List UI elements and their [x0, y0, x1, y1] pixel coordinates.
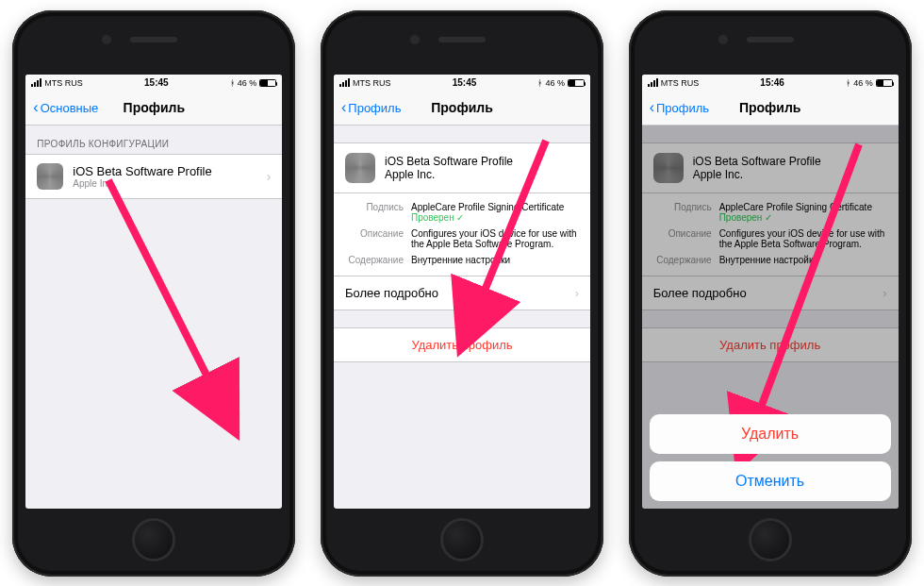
content-area: iOS Beta Software Profile Apple Inc. Под…: [334, 126, 590, 509]
chevron-left-icon: ‹: [33, 100, 38, 115]
bluetooth-icon: ᚼ: [230, 78, 235, 88]
signal-icon: [339, 78, 350, 87]
back-label: Основные: [41, 101, 99, 115]
delete-profile-button[interactable]: Удалить профиль: [334, 327, 590, 362]
status-bar: MTS RUS 15:46 ᚼ 46 %: [642, 75, 899, 92]
phone-camera: [718, 35, 728, 44]
value-signature: AppleCare Profile Signing Certificate: [411, 202, 564, 212]
back-label: Профиль: [348, 101, 401, 115]
gear-icon: [345, 153, 375, 183]
phone-frame-3: MTS RUS 15:46 ᚼ 46 % ‹ Профиль Профиль i…: [629, 10, 912, 577]
value-contents: Внутренние настройки: [411, 255, 579, 265]
sheet-cancel-button[interactable]: Отменить: [650, 461, 891, 501]
bluetooth-icon: ᚼ: [846, 78, 850, 88]
chevron-left-icon: ‹: [650, 100, 654, 115]
nav-bar: ‹ Основные Профиль: [25, 92, 282, 126]
carrier-label: MTS RUS: [661, 78, 700, 88]
label-contents: Содержание: [345, 255, 404, 265]
screen-3: MTS RUS 15:46 ᚼ 46 % ‹ Профиль Профиль i…: [642, 75, 899, 509]
chevron-left-icon: ‹: [341, 100, 346, 115]
phone-frame-2: MTS RUS 15:45 ᚼ 46 % ‹ Профиль Профиль i…: [321, 10, 603, 577]
back-button[interactable]: ‹ Профиль: [341, 100, 401, 115]
content-area: iOS Beta Software Profile Apple Inc. Под…: [642, 126, 899, 509]
chevron-right-icon: ›: [575, 286, 579, 300]
bluetooth-icon: ᚼ: [537, 78, 542, 88]
svg-line-0: [108, 180, 233, 427]
signal-icon: [648, 78, 658, 87]
battery-percent: 46 %: [545, 78, 565, 88]
profile-name: iOS Beta Software Profile: [73, 164, 266, 178]
annotation-arrow: [91, 163, 261, 440]
battery-icon: [876, 79, 893, 87]
screen-2: MTS RUS 15:45 ᚼ 46 % ‹ Профиль Профиль i…: [334, 75, 590, 509]
back-button[interactable]: ‹ Основные: [33, 100, 98, 115]
screen-1: MTS RUS 15:45 ᚼ 46 % ‹ Основные Профиль …: [25, 75, 282, 509]
carrier-label: MTS RUS: [44, 78, 83, 88]
status-bar: MTS RUS 15:45 ᚼ 46 %: [334, 75, 590, 92]
phone-frame-1: MTS RUS 15:45 ᚼ 46 % ‹ Основные Профиль …: [12, 10, 295, 577]
status-bar: MTS RUS 15:45 ᚼ 46 %: [25, 75, 282, 92]
battery-percent: 46 %: [853, 78, 873, 88]
phone-speaker: [438, 37, 486, 42]
profile-row[interactable]: iOS Beta Software Profile Apple Inc. ›: [25, 154, 282, 199]
label-description: Описание: [345, 228, 404, 249]
home-button[interactable]: [749, 518, 792, 561]
more-details-label: Более подробно: [345, 286, 438, 300]
more-details-row[interactable]: Более подробно ›: [334, 276, 590, 310]
status-time: 15:45: [144, 77, 169, 88]
carrier-label: MTS RUS: [353, 78, 391, 88]
battery-icon: [568, 79, 585, 87]
profile-org: Apple Inc.: [385, 168, 513, 181]
nav-bar: ‹ Профиль Профиль: [642, 92, 899, 126]
home-button[interactable]: [440, 518, 484, 561]
phone-camera: [410, 35, 420, 44]
label-signature: Подпись: [345, 202, 404, 223]
battery-percent: 46 %: [238, 78, 257, 88]
gear-icon: [37, 163, 63, 190]
profile-header-cell: iOS Beta Software Profile Apple Inc.: [334, 142, 590, 193]
value-verified: Проверен: [411, 212, 465, 223]
status-time: 15:45: [453, 77, 477, 88]
section-header: ПРОФИЛЬ КОНФИГУРАЦИИ: [25, 126, 282, 154]
nav-bar: ‹ Профиль Профиль: [334, 92, 590, 126]
battery-icon: [259, 79, 276, 87]
signal-icon: [31, 78, 41, 87]
value-description: Configures your iOS device for use with …: [411, 228, 579, 249]
chevron-right-icon: ›: [267, 169, 272, 184]
profile-org: Apple Inc.: [73, 178, 266, 189]
sheet-delete-button[interactable]: Удалить: [650, 414, 891, 454]
action-sheet: Удалить Отменить: [650, 407, 891, 501]
phone-camera: [102, 35, 111, 44]
content-area: ПРОФИЛЬ КОНФИГУРАЦИИ iOS Beta Software P…: [25, 126, 282, 509]
phone-speaker: [130, 37, 177, 42]
status-time: 15:46: [760, 77, 784, 88]
back-label: Профиль: [656, 101, 709, 115]
profile-details: Подпись AppleCare Profile Signing Certif…: [334, 193, 590, 276]
home-button[interactable]: [132, 518, 175, 561]
back-button[interactable]: ‹ Профиль: [650, 100, 709, 115]
phone-speaker: [747, 37, 794, 42]
profile-name: iOS Beta Software Profile: [385, 155, 513, 168]
